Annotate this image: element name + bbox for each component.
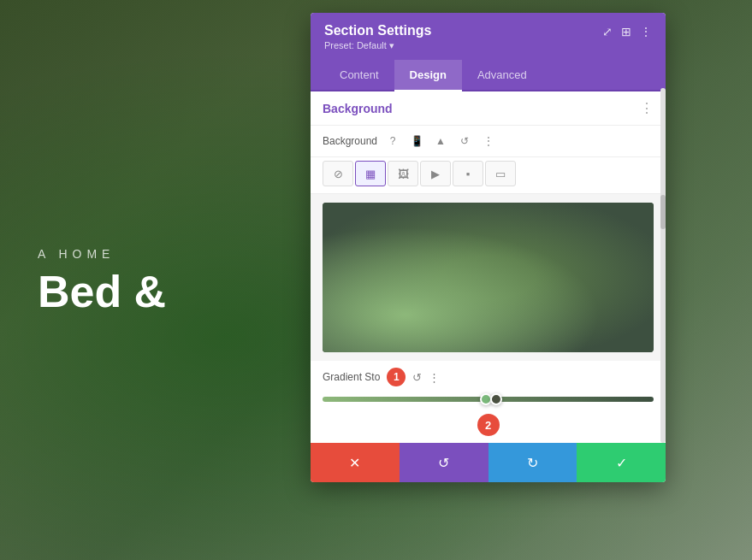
cancel-button[interactable]: ✕ xyxy=(311,443,400,482)
bg-type-pattern[interactable]: ▪ xyxy=(453,161,483,186)
gradient-canvas xyxy=(323,203,654,352)
gradient-stop-badge-2[interactable]: 2 xyxy=(477,414,500,436)
panel-scrollbar[interactable] xyxy=(660,88,666,443)
background-label: Background xyxy=(323,135,377,147)
gradient-thumb-2[interactable] xyxy=(490,393,502,405)
save-button[interactable]: ✓ xyxy=(577,443,666,482)
gradient-stops-header: Gradient Sto 1 ↺ ⋮ xyxy=(323,368,654,386)
gradient-stop-badge-1[interactable]: 1 xyxy=(387,368,406,386)
hero-subtitle: A HOME xyxy=(38,247,166,261)
bg-type-none[interactable]: ⊘ xyxy=(323,161,353,186)
none-icon: ⊘ xyxy=(334,168,343,180)
help-icon[interactable]: ? xyxy=(384,133,401,150)
panel-title: Section Settings xyxy=(324,23,431,38)
gradient-stops-label: Gradient Sto xyxy=(323,371,380,383)
bg-type-image[interactable]: 🖼 xyxy=(388,161,418,186)
tabs-bar: Content Design Advanced xyxy=(311,60,666,91)
reset-icon[interactable]: ↺ xyxy=(456,133,473,150)
image-icon: 🖼 xyxy=(398,168,409,180)
resize-icon[interactable]: ⤢ xyxy=(602,25,613,38)
panel-header-icons: ⤢ ⊞ ⋮ xyxy=(602,25,652,38)
gradient-badge-2-container: 2 xyxy=(323,410,654,436)
video-icon: ▶ xyxy=(431,168,440,180)
section-more-icon[interactable]: ⋮ xyxy=(640,100,654,116)
background-type-tabs: ⊘ ▦ 🖼 ▶ ▪ ▭ xyxy=(311,157,666,194)
tab-design[interactable]: Design xyxy=(394,60,462,90)
gradient-stops-section: Gradient Sto 1 ↺ ⋮ 2 xyxy=(311,361,666,443)
cursor-icon[interactable]: ▲ xyxy=(432,133,449,150)
panel-header: Section Settings Preset: Default ▾ ⤢ ⊞ ⋮ xyxy=(311,13,666,60)
pattern-icon: ▪ xyxy=(466,168,471,180)
gradient-preview xyxy=(323,203,654,352)
gradient-slider[interactable] xyxy=(323,393,654,405)
mobile-icon[interactable]: 📱 xyxy=(408,133,425,150)
columns-icon[interactable]: ⊞ xyxy=(621,25,631,38)
panel-scrollbar-thumb xyxy=(660,195,666,229)
tab-advanced[interactable]: Advanced xyxy=(462,60,542,90)
more-options-icon[interactable]: ⋮ xyxy=(640,25,652,38)
hero-text: A HOME Bed & xyxy=(38,247,166,314)
section-settings-panel: Section Settings Preset: Default ▾ ⤢ ⊞ ⋮… xyxy=(311,13,666,482)
gradient-more-icon[interactable]: ⋮ xyxy=(429,371,440,384)
panel-header-left: Section Settings Preset: Default ▾ xyxy=(324,23,431,51)
background-section-header: Background ⋮ xyxy=(311,91,666,126)
gradient-reset-icon[interactable]: ↺ xyxy=(412,371,422,384)
bg-type-video[interactable]: ▶ xyxy=(420,161,451,186)
background-section-title: Background xyxy=(323,102,393,115)
hero-title: Bed & xyxy=(38,269,166,314)
background-controls: Background ? 📱 ▲ ↺ ⋮ xyxy=(311,126,666,157)
bg-type-mask[interactable]: ▭ xyxy=(485,161,516,186)
panel-body: Background ⋮ Background ? 📱 ▲ ↺ ⋮ ⊘ ▦ 🖼 … xyxy=(311,91,666,443)
preset-selector[interactable]: Preset: Default ▾ xyxy=(324,40,431,51)
gradient-icon: ▦ xyxy=(365,168,376,180)
tab-content[interactable]: Content xyxy=(324,60,394,90)
bg-type-gradient[interactable]: ▦ xyxy=(355,161,386,186)
undo-button[interactable]: ↺ xyxy=(400,443,489,482)
redo-button[interactable]: ↻ xyxy=(489,443,577,482)
more-bg-icon[interactable]: ⋮ xyxy=(480,133,497,150)
mask-icon: ▭ xyxy=(495,168,506,180)
action-bar: ✕ ↺ ↻ ✓ xyxy=(311,443,666,482)
gradient-slider-track xyxy=(323,397,654,402)
